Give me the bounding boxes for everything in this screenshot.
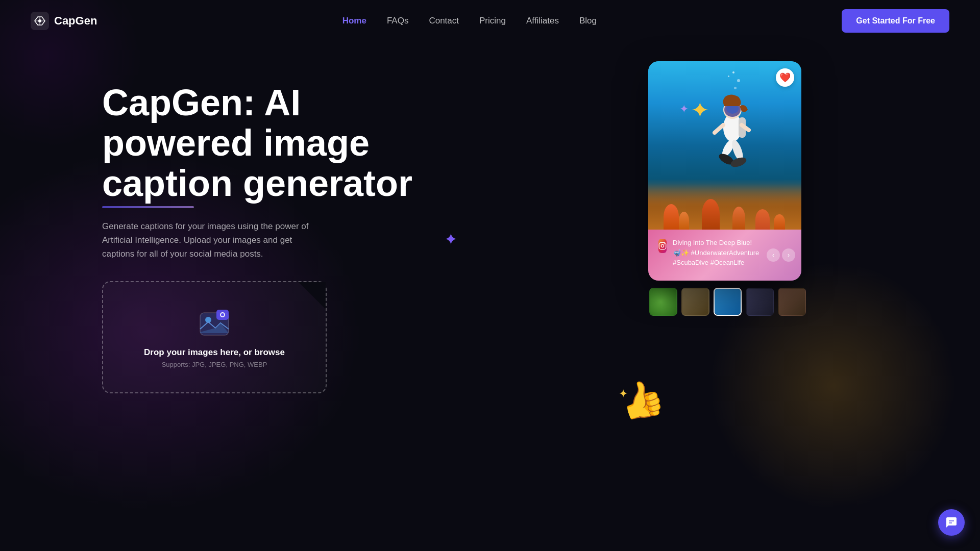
thumbnail-3[interactable] bbox=[714, 288, 742, 316]
logo-icon bbox=[31, 12, 49, 30]
nav-blog[interactable]: Blog bbox=[579, 16, 597, 26]
caption-next-button[interactable]: › bbox=[782, 248, 795, 262]
upload-box-inner: Drop your images here, or browse Support… bbox=[103, 282, 326, 392]
caption-text: Diving Into The Deep Blue! 🤿✨ #Underwate… bbox=[673, 238, 761, 268]
nav-pricing[interactable]: Pricing bbox=[479, 16, 506, 26]
thumbnail-row bbox=[648, 288, 806, 316]
caption-nav: ‹ › bbox=[767, 248, 795, 262]
svg-point-6 bbox=[221, 313, 224, 316]
diver-svg bbox=[702, 77, 763, 179]
nav-links: Home FAQs Contact Pricing Affiliates Blo… bbox=[342, 16, 597, 26]
get-started-button[interactable]: Get Started For Free bbox=[842, 9, 949, 33]
nav-contact[interactable]: Contact bbox=[429, 16, 459, 26]
thumbnail-2[interactable] bbox=[681, 288, 709, 316]
phone-card: ❤️ Diving Into The Deep Blue! 🤿✨ #Underw… bbox=[648, 61, 801, 281]
heart-icon: ❤️ bbox=[779, 72, 791, 83]
thumbnail-5[interactable] bbox=[778, 288, 806, 316]
hero-description: Generate captions for your images using … bbox=[102, 219, 316, 261]
thumbnail-4[interactable] bbox=[746, 288, 774, 316]
phone-card-inner: ❤️ Diving Into The Deep Blue! 🤿✨ #Underw… bbox=[648, 61, 801, 281]
nav-affiliates[interactable]: Affiliates bbox=[526, 16, 559, 26]
instagram-icon bbox=[658, 239, 667, 253]
scuba-image: ❤️ bbox=[648, 61, 801, 230]
stars-decoration: ✦ ✦ bbox=[675, 97, 709, 123]
svg-point-19 bbox=[661, 244, 664, 247]
upload-dropzone[interactable]: Drop your images here, or browse Support… bbox=[102, 281, 327, 393]
nav-faqs[interactable]: FAQs bbox=[387, 16, 409, 26]
svg-point-20 bbox=[664, 243, 665, 244]
main-content: CapGen: AI powered image caption generat… bbox=[0, 42, 980, 393]
chat-icon bbox=[945, 516, 958, 529]
sparkle-small-icon: ✦ bbox=[619, 387, 628, 400]
logo[interactable]: CapGen bbox=[31, 12, 97, 30]
nav-right: Get Started For Free bbox=[842, 9, 949, 33]
svg-line-16 bbox=[715, 125, 723, 133]
nav-home[interactable]: Home bbox=[342, 16, 366, 26]
card-area: ❤️ Diving Into The Deep Blue! 🤿✨ #Underw… bbox=[648, 61, 806, 316]
upload-sub-text: Supports: JPG, JPEG, PNG, WEBP bbox=[162, 361, 267, 368]
thumbnail-1[interactable] bbox=[649, 288, 677, 316]
upload-corner-cut bbox=[295, 282, 326, 313]
upload-wrapper: Drop your images here, or browse Support… bbox=[102, 281, 327, 393]
caption-card: Diving Into The Deep Blue! 🤿✨ #Underwate… bbox=[648, 230, 801, 281]
chat-bubble-button[interactable] bbox=[938, 509, 965, 536]
navbar: CapGen Home FAQs Contact Pricing Affilia… bbox=[0, 0, 980, 42]
upload-image-icon bbox=[198, 307, 231, 339]
logo-text: CapGen bbox=[54, 14, 97, 28]
heart-button[interactable]: ❤️ bbox=[776, 68, 794, 87]
caption-prev-button[interactable]: ‹ bbox=[767, 248, 780, 262]
upload-main-text: Drop your images here, or browse bbox=[144, 347, 285, 358]
